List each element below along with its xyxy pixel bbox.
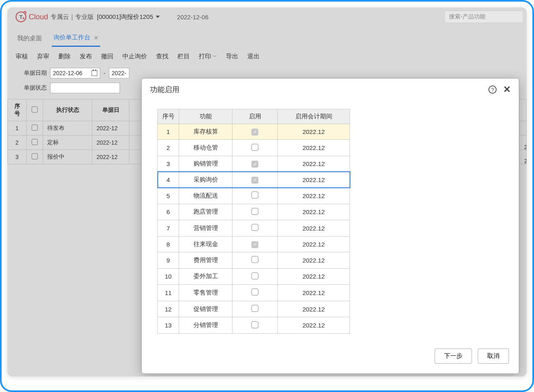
feat-cell-enable[interactable] xyxy=(232,268,278,285)
feat-cell-enable[interactable] xyxy=(232,124,278,140)
checkbox-icon[interactable] xyxy=(32,106,38,113)
feature-row[interactable]: 8往来现金2022.12 xyxy=(158,236,350,252)
feature-row[interactable]: 9费用管理2022.12 xyxy=(158,252,350,269)
cell-check[interactable] xyxy=(27,136,43,150)
checkbox-icon[interactable] xyxy=(32,139,38,145)
feat-cell-enable[interactable] xyxy=(232,236,278,252)
feat-cell-seq: 10 xyxy=(158,268,179,285)
feat-cell-period: 2022.12 xyxy=(278,301,350,317)
feat-cell-name: 跑店管理 xyxy=(179,204,232,220)
toolbar-columns[interactable]: 栏目 xyxy=(177,53,190,60)
date-to-input[interactable]: 2022- xyxy=(109,68,129,78)
tab-desktop[interactable]: 我的桌面 xyxy=(16,32,44,46)
search-input[interactable]: 搜索-产品功能 xyxy=(444,11,522,23)
feature-row[interactable]: 11零售管理2022.12 xyxy=(158,285,350,301)
tabbar: 我的桌面 询价单工作台 ✕ xyxy=(7,31,527,47)
feat-col-enable: 启用 xyxy=(232,109,278,124)
feat-cell-enable[interactable] xyxy=(232,301,278,317)
date-from-input[interactable]: 2022-12-06 xyxy=(50,68,100,78)
feat-cell-enable[interactable] xyxy=(232,140,278,156)
checkbox-icon[interactable] xyxy=(251,177,258,184)
cell-check[interactable] xyxy=(27,121,43,136)
toolbar-audit[interactable]: 审核 xyxy=(16,53,28,60)
checkbox-icon[interactable] xyxy=(251,161,258,168)
toolbar-delete[interactable]: 删除 xyxy=(58,53,71,60)
checkbox-icon[interactable] xyxy=(251,129,258,136)
next-button[interactable]: 下一步 xyxy=(435,348,472,364)
status-input[interactable] xyxy=(50,83,120,93)
toolbar-export[interactable]: 导出 xyxy=(226,53,238,60)
close-icon[interactable]: ✕ xyxy=(94,35,99,41)
toolbar-print[interactable]: 打印﹀ xyxy=(199,53,217,60)
checkbox-icon[interactable] xyxy=(251,321,258,328)
feat-cell-name: 零售管理 xyxy=(179,285,232,301)
feat-cell-seq: 8 xyxy=(158,236,179,252)
col-date: 单据日 xyxy=(92,99,129,121)
feat-cell-seq: 3 xyxy=(158,156,179,172)
checkbox-icon[interactable] xyxy=(251,288,258,295)
feat-cell-enable[interactable] xyxy=(232,188,278,204)
close-icon[interactable]: ✕ xyxy=(503,84,511,95)
brand-logo[interactable]: Cloud xyxy=(16,12,48,22)
cell-status: 定标 xyxy=(43,136,92,150)
cancel-button[interactable]: 取消 xyxy=(478,348,509,364)
feat-cell-enable[interactable] xyxy=(232,204,278,220)
feature-row[interactable]: 7营销管理2022.12 xyxy=(158,220,350,237)
feat-cell-seq: 1 xyxy=(158,124,179,140)
cell-seq: 3 xyxy=(8,150,27,164)
date-from-value: 2022-12-06 xyxy=(53,70,83,76)
feature-row[interactable]: 6跑店管理2022.12 xyxy=(158,204,350,220)
feature-row[interactable]: 1库存核算2022.12 xyxy=(158,124,350,140)
toolbar-unaudit[interactable]: 弃审 xyxy=(37,53,49,60)
cell-date: 2022-12 xyxy=(92,121,129,136)
feat-cell-period: 2022.12 xyxy=(278,317,350,334)
toolbar-publish[interactable]: 发布 xyxy=(80,53,92,60)
feat-cell-seq: 9 xyxy=(158,252,179,269)
checkbox-icon[interactable] xyxy=(251,208,258,215)
toolbar-recall[interactable]: 撤回 xyxy=(101,53,113,60)
toolbar-exit[interactable]: 退出 xyxy=(247,53,260,60)
col-status: 执行状态 xyxy=(43,99,92,121)
toolbar-print-label: 打印 xyxy=(199,53,211,60)
doc-dropdown[interactable]: [000001]询报价1205 xyxy=(97,13,160,21)
feat-cell-name: 委外加工 xyxy=(179,268,232,285)
checkbox-icon[interactable] xyxy=(251,224,258,231)
feat-cell-name: 营销管理 xyxy=(179,220,232,237)
feat-cell-enable[interactable] xyxy=(232,172,278,187)
col-check[interactable] xyxy=(27,99,43,121)
feat-cell-enable[interactable] xyxy=(232,285,278,301)
feat-cell-name: 分销管理 xyxy=(179,317,232,334)
feature-row[interactable]: 13分销管理2022.12 xyxy=(158,317,350,334)
checkbox-icon[interactable] xyxy=(251,305,258,312)
cell-date: 2022-12 xyxy=(92,150,129,164)
feature-row[interactable]: 4采购询价2022.12 xyxy=(158,172,350,187)
checkbox-icon[interactable] xyxy=(251,272,258,279)
cell-check[interactable] xyxy=(27,150,43,164)
toolbar-find[interactable]: 查找 xyxy=(156,53,168,60)
toolbar: 审核 弃审 删除 发布 撤回 中止询价 查找 栏目 打印﹀ 导出 退出 xyxy=(7,47,527,65)
brand-text: Cloud xyxy=(29,13,48,21)
toolbar-stop[interactable]: 中止询价 xyxy=(122,53,147,60)
feat-col-seq: 序号 xyxy=(158,109,179,124)
tab-inquiry-workbench[interactable]: 询价单工作台 ✕ xyxy=(52,31,100,47)
feat-cell-enable[interactable] xyxy=(232,220,278,237)
feature-row[interactable]: 2移动仓管2022.12 xyxy=(158,140,350,156)
checkbox-icon[interactable] xyxy=(251,144,258,151)
help-icon[interactable]: ? xyxy=(488,85,497,94)
feature-row[interactable]: 12促销管理2022.12 xyxy=(158,301,350,317)
feat-cell-enable[interactable] xyxy=(232,156,278,172)
feat-cell-period: 2022.12 xyxy=(278,156,350,172)
dialog-title: 功能启用 xyxy=(150,85,180,95)
checkbox-icon[interactable] xyxy=(251,256,258,263)
checkbox-icon[interactable] xyxy=(32,125,38,131)
feature-row[interactable]: 3购销管理2022.12 xyxy=(158,156,350,172)
checkbox-icon[interactable] xyxy=(251,241,258,248)
feat-cell-enable[interactable] xyxy=(232,317,278,334)
feature-row[interactable]: 5物流配送2022.12 xyxy=(158,188,350,204)
checkbox-icon[interactable] xyxy=(32,153,38,159)
feat-cell-seq: 5 xyxy=(158,188,179,204)
feat-cell-period: 2022.12 xyxy=(278,124,350,140)
feat-cell-enable[interactable] xyxy=(232,252,278,269)
feature-row[interactable]: 10委外加工2022.12 xyxy=(158,268,350,285)
checkbox-icon[interactable] xyxy=(251,191,258,198)
